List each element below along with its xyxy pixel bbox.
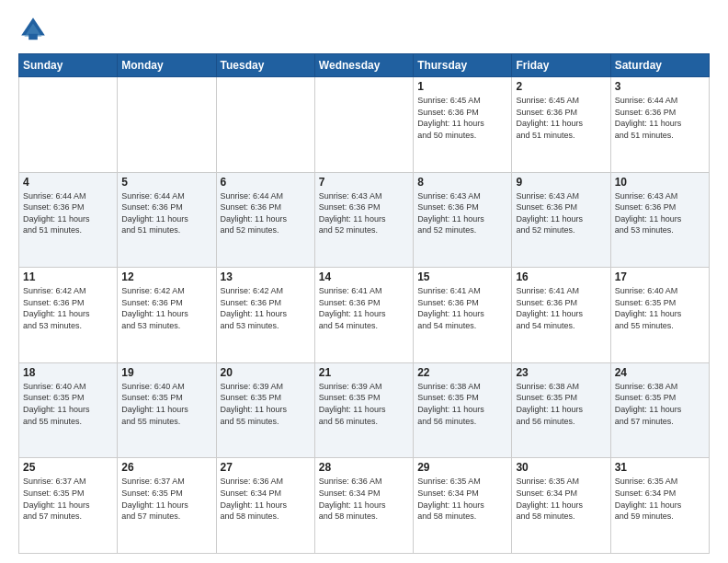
page: SundayMondayTuesdayWednesdayThursdayFrid… <box>0 0 728 563</box>
header <box>18 15 710 44</box>
day-info: Sunrise: 6:43 AM Sunset: 6:36 PM Dayligh… <box>319 190 409 236</box>
weekday-tuesday: Tuesday <box>216 54 314 77</box>
day-info: Sunrise: 6:38 AM Sunset: 6:35 PM Dayligh… <box>615 381 705 427</box>
day-info: Sunrise: 6:36 AM Sunset: 6:34 PM Dayligh… <box>221 476 311 522</box>
calendar-cell: 4Sunrise: 6:44 AM Sunset: 6:36 PM Daylig… <box>19 172 118 268</box>
day-info: Sunrise: 6:37 AM Sunset: 6:35 PM Dayligh… <box>121 476 211 522</box>
day-info: Sunrise: 6:42 AM Sunset: 6:36 PM Dayligh… <box>121 285 211 331</box>
calendar-cell: 19Sunrise: 6:40 AM Sunset: 6:35 PM Dayli… <box>118 362 216 458</box>
weekday-sunday: Sunday <box>19 54 118 77</box>
day-info: Sunrise: 6:36 AM Sunset: 6:34 PM Dayligh… <box>319 476 409 522</box>
day-number: 8 <box>417 176 507 189</box>
calendar-cell: 31Sunrise: 6:35 AM Sunset: 6:34 PM Dayli… <box>610 458 709 554</box>
calendar-cell: 16Sunrise: 6:41 AM Sunset: 6:36 PM Dayli… <box>512 268 610 363</box>
svg-rect-2 <box>28 34 38 40</box>
calendar-cell <box>118 77 216 173</box>
calendar-cell: 8Sunrise: 6:43 AM Sunset: 6:36 PM Daylig… <box>414 172 512 268</box>
day-info: Sunrise: 6:39 AM Sunset: 6:35 PM Dayligh… <box>319 381 409 427</box>
day-number: 3 <box>615 80 705 93</box>
day-info: Sunrise: 6:41 AM Sunset: 6:36 PM Dayligh… <box>417 285 507 331</box>
calendar-cell: 11Sunrise: 6:42 AM Sunset: 6:36 PM Dayli… <box>19 268 118 363</box>
day-number: 18 <box>23 366 113 379</box>
calendar-cell <box>216 77 314 173</box>
day-info: Sunrise: 6:40 AM Sunset: 6:35 PM Dayligh… <box>121 381 211 427</box>
calendar-cell: 27Sunrise: 6:36 AM Sunset: 6:34 PM Dayli… <box>216 458 314 554</box>
calendar-cell: 22Sunrise: 6:38 AM Sunset: 6:35 PM Dayli… <box>414 362 512 458</box>
day-info: Sunrise: 6:42 AM Sunset: 6:36 PM Dayligh… <box>23 285 113 331</box>
week-row-3: 11Sunrise: 6:42 AM Sunset: 6:36 PM Dayli… <box>19 268 710 363</box>
day-number: 22 <box>417 366 507 379</box>
day-info: Sunrise: 6:44 AM Sunset: 6:36 PM Dayligh… <box>23 190 113 236</box>
day-number: 16 <box>516 270 606 283</box>
day-info: Sunrise: 6:44 AM Sunset: 6:36 PM Dayligh… <box>221 190 311 236</box>
calendar-cell: 14Sunrise: 6:41 AM Sunset: 6:36 PM Dayli… <box>314 268 413 363</box>
day-number: 15 <box>417 270 507 283</box>
day-info: Sunrise: 6:35 AM Sunset: 6:34 PM Dayligh… <box>516 476 606 522</box>
calendar-cell: 1Sunrise: 6:45 AM Sunset: 6:36 PM Daylig… <box>414 77 512 173</box>
calendar-cell: 15Sunrise: 6:41 AM Sunset: 6:36 PM Dayli… <box>414 268 512 363</box>
calendar-cell: 21Sunrise: 6:39 AM Sunset: 6:35 PM Dayli… <box>314 362 413 458</box>
calendar-cell: 9Sunrise: 6:43 AM Sunset: 6:36 PM Daylig… <box>512 172 610 268</box>
day-number: 1 <box>417 80 507 93</box>
calendar-cell: 23Sunrise: 6:38 AM Sunset: 6:35 PM Dayli… <box>512 362 610 458</box>
week-row-5: 25Sunrise: 6:37 AM Sunset: 6:35 PM Dayli… <box>19 458 710 554</box>
weekday-thursday: Thursday <box>414 54 512 77</box>
day-info: Sunrise: 6:40 AM Sunset: 6:35 PM Dayligh… <box>23 381 113 427</box>
day-info: Sunrise: 6:41 AM Sunset: 6:36 PM Dayligh… <box>319 285 409 331</box>
day-info: Sunrise: 6:38 AM Sunset: 6:35 PM Dayligh… <box>417 381 507 427</box>
day-info: Sunrise: 6:44 AM Sunset: 6:36 PM Dayligh… <box>615 95 705 141</box>
day-number: 25 <box>23 461 113 474</box>
day-number: 20 <box>221 366 311 379</box>
day-info: Sunrise: 6:45 AM Sunset: 6:36 PM Dayligh… <box>516 95 606 141</box>
weekday-saturday: Saturday <box>610 54 709 77</box>
day-number: 11 <box>23 270 113 283</box>
calendar-cell: 28Sunrise: 6:36 AM Sunset: 6:34 PM Dayli… <box>314 458 413 554</box>
calendar-cell: 17Sunrise: 6:40 AM Sunset: 6:35 PM Dayli… <box>610 268 709 363</box>
day-number: 23 <box>516 366 606 379</box>
calendar-cell: 7Sunrise: 6:43 AM Sunset: 6:36 PM Daylig… <box>314 172 413 268</box>
week-row-2: 4Sunrise: 6:44 AM Sunset: 6:36 PM Daylig… <box>19 172 710 268</box>
weekday-wednesday: Wednesday <box>314 54 413 77</box>
day-info: Sunrise: 6:45 AM Sunset: 6:36 PM Dayligh… <box>417 95 507 141</box>
day-number: 5 <box>121 176 211 189</box>
logo-icon <box>18 15 48 44</box>
day-number: 2 <box>516 80 606 93</box>
day-number: 17 <box>615 270 705 283</box>
week-row-1: 1Sunrise: 6:45 AM Sunset: 6:36 PM Daylig… <box>19 77 710 173</box>
weekday-monday: Monday <box>118 54 216 77</box>
day-number: 31 <box>615 461 705 474</box>
day-info: Sunrise: 6:38 AM Sunset: 6:35 PM Dayligh… <box>516 381 606 427</box>
day-number: 7 <box>319 176 409 189</box>
calendar-cell: 20Sunrise: 6:39 AM Sunset: 6:35 PM Dayli… <box>216 362 314 458</box>
calendar-cell: 10Sunrise: 6:43 AM Sunset: 6:36 PM Dayli… <box>610 172 709 268</box>
day-number: 6 <box>221 176 311 189</box>
day-number: 30 <box>516 461 606 474</box>
calendar-cell: 30Sunrise: 6:35 AM Sunset: 6:34 PM Dayli… <box>512 458 610 554</box>
calendar-cell: 12Sunrise: 6:42 AM Sunset: 6:36 PM Dayli… <box>118 268 216 363</box>
day-info: Sunrise: 6:41 AM Sunset: 6:36 PM Dayligh… <box>516 285 606 331</box>
day-info: Sunrise: 6:44 AM Sunset: 6:36 PM Dayligh… <box>121 190 211 236</box>
day-info: Sunrise: 6:42 AM Sunset: 6:36 PM Dayligh… <box>221 285 311 331</box>
weekday-header-row: SundayMondayTuesdayWednesdayThursdayFrid… <box>19 54 710 77</box>
calendar-cell: 6Sunrise: 6:44 AM Sunset: 6:36 PM Daylig… <box>216 172 314 268</box>
calendar-cell: 24Sunrise: 6:38 AM Sunset: 6:35 PM Dayli… <box>610 362 709 458</box>
day-info: Sunrise: 6:39 AM Sunset: 6:35 PM Dayligh… <box>221 381 311 427</box>
day-number: 4 <box>23 176 113 189</box>
weekday-friday: Friday <box>512 54 610 77</box>
day-number: 9 <box>516 176 606 189</box>
day-number: 26 <box>121 461 211 474</box>
day-info: Sunrise: 6:43 AM Sunset: 6:36 PM Dayligh… <box>417 190 507 236</box>
calendar-cell: 18Sunrise: 6:40 AM Sunset: 6:35 PM Dayli… <box>19 362 118 458</box>
day-info: Sunrise: 6:35 AM Sunset: 6:34 PM Dayligh… <box>417 476 507 522</box>
calendar-cell: 26Sunrise: 6:37 AM Sunset: 6:35 PM Dayli… <box>118 458 216 554</box>
calendar-cell: 5Sunrise: 6:44 AM Sunset: 6:36 PM Daylig… <box>118 172 216 268</box>
day-number: 13 <box>221 270 311 283</box>
day-number: 29 <box>417 461 507 474</box>
calendar-cell <box>314 77 413 173</box>
week-row-4: 18Sunrise: 6:40 AM Sunset: 6:35 PM Dayli… <box>19 362 710 458</box>
day-number: 24 <box>615 366 705 379</box>
day-number: 21 <box>319 366 409 379</box>
calendar-cell: 13Sunrise: 6:42 AM Sunset: 6:36 PM Dayli… <box>216 268 314 363</box>
day-number: 10 <box>615 176 705 189</box>
day-info: Sunrise: 6:37 AM Sunset: 6:35 PM Dayligh… <box>23 476 113 522</box>
